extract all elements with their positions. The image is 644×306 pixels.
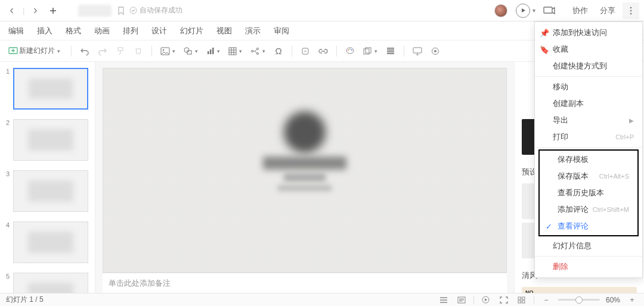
menu-design[interactable]: 设计 [151,26,167,36]
bookmark-icon[interactable] [117,7,125,15]
chart-button[interactable]: ▾ [204,44,222,58]
notes-input[interactable]: 单击此处添加备注 [103,273,507,293]
record-button[interactable] [428,44,442,58]
slide-thumbnail[interactable] [13,273,88,293]
svg-point-9 [184,48,189,52]
image-button[interactable]: ▾ [158,44,178,58]
add-tab-button[interactable] [45,2,61,19]
slide-number: 2 [4,119,10,126]
menu-insert[interactable]: 插入 [37,26,52,36]
check-icon: ✓ [544,222,553,231]
svg-point-0 [130,7,137,14]
highlighted-group: 保存模板 保存版本Ctrl+Alt+S 查看历史版本 添加评论Ctrl+Shif… [538,149,639,236]
grid-view-button[interactable] [516,294,528,306]
menu-add-comment[interactable]: 添加评论Ctrl+Shift+M [540,201,637,218]
menu-slides[interactable]: 幻灯片 [180,26,203,36]
table-button[interactable]: ▾ [226,44,244,58]
svg-point-16 [257,48,259,49]
menu-save-template[interactable]: 保存模板 [540,151,637,168]
slide-thumbnail[interactable] [13,221,88,263]
svg-point-2 [630,7,632,8]
menu-pin[interactable]: 📌添加到快速访问 [535,24,642,41]
align-button[interactable] [438,294,450,306]
slide-canvas[interactable] [103,68,507,273]
bookmark-icon: 🔖 [540,45,548,54]
svg-rect-24 [413,48,422,53]
play-status-button[interactable] [480,294,492,306]
new-slide-icon [8,47,18,55]
menu-export[interactable]: 导出▶ [535,112,642,129]
menu-slide-info[interactable]: 幻灯片信息 [535,238,642,254]
link-button[interactable] [316,44,330,58]
slide-number: 4 [4,221,10,229]
back-button[interactable] [5,4,19,18]
svg-point-19 [348,49,349,51]
collab-button[interactable]: 协作 [568,3,593,18]
menu-move[interactable]: 移动 [535,79,642,95]
duplicate-button[interactable]: ▾ [361,44,380,58]
forward-button[interactable] [28,4,42,18]
menu-review[interactable]: 审阅 [274,26,289,36]
equation-button[interactable]: Ω [271,44,286,58]
fit-button[interactable] [498,294,510,306]
zoom-in-button[interactable]: + [626,294,638,306]
share-button[interactable]: 分享 [595,3,620,18]
svg-rect-22 [364,49,369,54]
slide-number: 1 [4,68,10,75]
svg-point-8 [163,49,165,51]
shape-button[interactable]: ▾ [181,44,200,58]
menu-print[interactable]: 打印Ctrl+P [535,129,642,145]
undo-button[interactable] [78,44,92,58]
pin-icon: 📌 [540,29,548,38]
notes-toggle[interactable] [456,294,467,306]
format-painter-button[interactable] [113,44,128,58]
slide-thumbnail[interactable] [13,68,88,110]
menu-delete[interactable]: 删除 [535,258,642,275]
theme-preview[interactable]: NO [522,287,637,293]
autosave-status: 自动保存成功 [129,5,182,15]
new-slide-button[interactable]: 新建幻灯片 ▾ [6,44,65,58]
svg-rect-1 [544,7,552,13]
projector-button[interactable] [541,4,557,17]
zoom-value: 60% [606,296,620,304]
zoom-slider[interactable] [558,299,600,301]
menu-view[interactable]: 视图 [216,26,232,36]
zoom-out-button[interactable]: − [540,294,552,306]
mindmap-button[interactable]: ▾ [248,44,268,58]
autosave-label: 自动保存成功 [140,5,182,15]
slide-thumbnail[interactable] [13,170,88,212]
svg-rect-12 [210,49,212,54]
menu-save-version[interactable]: 保存版本Ctrl+Alt+S [540,168,637,185]
user-avatar[interactable] [494,4,507,17]
svg-rect-35 [518,297,521,299]
menu-favorite[interactable]: 🔖收藏 [535,41,642,58]
menu-edit[interactable]: 编辑 [8,26,24,36]
clear-format-button[interactable] [131,44,145,58]
redo-button[interactable] [95,44,110,58]
slide-thumbnail[interactable] [13,119,88,161]
svg-point-21 [351,49,352,51]
menu-duplicate[interactable]: 创建副本 [535,95,642,112]
document-title[interactable] [78,5,112,17]
new-slide-label: 新建幻灯片 [19,46,55,56]
menu-arrange[interactable]: 排列 [123,26,138,36]
svg-rect-13 [212,48,214,54]
menu-present[interactable]: 演示 [245,26,261,36]
menu-view-comment[interactable]: ✓查看评论 [540,218,637,235]
svg-rect-37 [518,301,521,303]
menu-shortcut[interactable]: 创建快捷方式到 [535,58,642,74]
present-dropdown[interactable]: ▾ [532,7,535,14]
grid-button[interactable] [383,44,398,58]
present-button[interactable] [516,4,530,18]
screen-button[interactable] [410,44,425,58]
attachment-button[interactable] [298,44,312,58]
color-button[interactable] [343,44,357,58]
svg-point-20 [349,48,351,49]
more-menu-button[interactable] [623,2,639,19]
svg-rect-38 [522,301,525,303]
menu-history[interactable]: 查看历史版本 [540,185,637,201]
svg-rect-14 [229,48,236,55]
menu-format[interactable]: 格式 [66,26,81,36]
menu-anim[interactable]: 动画 [94,26,110,36]
svg-point-15 [252,50,253,52]
